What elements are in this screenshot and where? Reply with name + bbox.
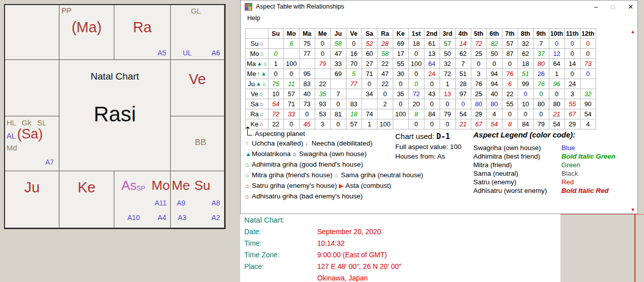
planet-name: Ve <box>251 90 258 98</box>
aspect-cell-Me-Ra: 47 <box>377 69 393 79</box>
planet-jupiter: Ju <box>24 179 40 196</box>
aspect-cell-Ma-9th: 80 <box>533 59 549 69</box>
aspect-cell-Ra-6th: 4 <box>486 109 502 119</box>
column-header-5th: 5th <box>471 29 486 39</box>
chart-cell-r3c1: HL Gk SL AL (Sa) Md A7 <box>5 116 59 171</box>
natal-info-panel: Natal Chart: Date:September 20, 2020Time… <box>240 214 560 282</box>
aspecting-note: Aspecting planet <box>245 129 406 138</box>
aspect-cell-Ke-6th: 54 <box>486 119 502 129</box>
aspect-cell-Ve-Ra: 0 <box>377 89 393 99</box>
planet-mars: (Ma) <box>71 19 102 36</box>
dignity-icon: ⌂ <box>262 81 266 87</box>
dignity-icon: ▲ <box>257 60 262 66</box>
color-legend-row: Mitra (friend)Green <box>473 161 625 169</box>
aspect-cell-Ve-12th: 32 <box>580 89 596 99</box>
aspect-cell-Ra-Su: 72 <box>268 109 283 119</box>
scroll-up-arrow[interactable]: ▲ <box>629 28 636 35</box>
close-button[interactable]: ✕ <box>628 4 633 10</box>
dignity-icon: ↑ <box>257 70 260 77</box>
chart-subtitle: Rasi <box>94 102 136 126</box>
aspect-cell-Ra-Ke: 100 <box>393 109 408 119</box>
color-legend-sample: Bold Italic Red <box>561 187 609 194</box>
row-header-Ve: Ve⌂ <box>246 89 268 99</box>
natal-label <box>244 274 317 282</box>
aspect-cell-Ma-Ju: 33 <box>330 59 346 69</box>
aspect-cell-Ma-Me: 79 <box>315 59 330 69</box>
scroll-down-arrow[interactable]: ▼ <box>629 206 636 214</box>
natal-value: September 20, 2020 <box>317 228 381 236</box>
aspect-cell-Ju-Su: 75 <box>268 79 283 89</box>
column-header-Ke: Ke <box>393 29 408 39</box>
row-header-Sa: Sa⌂ <box>246 99 268 109</box>
aspect-cell-Ma-1st: 100 <box>408 59 424 69</box>
symbol-legend: ↑Uchcha (exalted) ↓Neecha (debilitated)▲… <box>245 139 406 203</box>
aspect-cell-Sa-1st: 20 <box>408 99 424 109</box>
natal-rows: Date:September 20, 2020Time:10:14:32Time… <box>244 228 556 282</box>
aspect-row-Ra: Ra⌂72330538118741008847954294000216754 <box>246 109 596 119</box>
aspect-cell-Mo-7th: 87 <box>502 49 518 59</box>
arudha-a11: A11 <box>155 199 167 207</box>
aspect-cell-Mo-Ke: 17 <box>393 49 408 59</box>
aspect-cell-Mo-4th: 62 <box>455 49 471 59</box>
color-legend-row: Sama (neutral)Black <box>473 169 625 178</box>
planet-name: Mo <box>250 50 259 57</box>
aspect-cell-Ma-Ve: 70 <box>346 59 362 69</box>
aspect-cell-Sa-5th: 80 <box>471 99 486 109</box>
menu-help[interactable]: Help <box>245 14 262 22</box>
aspect-cell-Ke-11th: 29 <box>564 119 580 129</box>
aspect-cell-Mo-Ma: 77 <box>299 49 315 59</box>
aspect-cell-Ma-Ke: 55 <box>393 59 408 69</box>
aspect-cell-Su-Sa: 52 <box>362 39 377 49</box>
aspect-cell-Su-Ra: 28 <box>377 39 393 49</box>
titlebar[interactable]: Aspect Table with Relationships – □ ✕ <box>241 1 637 13</box>
aspect-cell-Mo-8th: 62 <box>518 49 533 59</box>
legend-symbol-text: Swagriha (own house) <box>299 150 367 158</box>
pp-label: PP <box>61 6 71 15</box>
maximize-button[interactable]: □ <box>611 4 615 10</box>
planet-ketu: Ke <box>78 179 95 196</box>
planet-name: Ra <box>250 110 259 118</box>
natal-row: Okinawa, Japan <box>244 274 556 282</box>
aspect-cell-Ra-Ju: 81 <box>330 109 346 119</box>
aspect-cell-Sa-7th: 55 <box>502 99 518 109</box>
aspect-row-Ve: Ve⌂1057403573403572431397254022000332 <box>246 89 596 99</box>
legend-symbol-icon: ↑ <box>245 140 252 147</box>
aspect-cell-Ju-Ju <box>330 79 346 89</box>
aspect-cell-Sa-11th: 55 <box>564 99 580 109</box>
aspect-cell-Ma-5th: 0 <box>471 59 486 69</box>
aspect-cell-Ma-Ra: 22 <box>377 59 393 69</box>
chart-cell-r2c1 <box>5 60 59 116</box>
aspect-cell-Me-4th: 51 <box>455 69 471 79</box>
aspect-cell-Sa-Sa <box>362 99 377 109</box>
aspect-cell-Me-Su: 0 <box>268 69 283 79</box>
aspect-cell-Mo-Ve: 16 <box>346 49 362 59</box>
aspect-cell-Ve-Su: 10 <box>268 89 283 99</box>
vertical-scrollbar[interactable]: ▲ ▼ <box>629 28 636 214</box>
planet-name: Ma <box>247 60 256 67</box>
chart-title: Natal Chart <box>91 71 139 82</box>
aspect-cell-Su-Ke: 69 <box>393 39 408 49</box>
aspect-cell-Ke-Ra: 100 <box>377 119 393 129</box>
aspect-row-Su: Su⌂675058052286918615714728257327000 <box>246 39 596 49</box>
legend-line: ⌂Satru griha (enemy's house) ▶Asta (comb… <box>245 182 406 192</box>
aspect-cell-Su-1st: 18 <box>408 39 424 49</box>
legend-line: ⌂Mitra griha (friend's house) ⌂Sama grih… <box>245 171 406 182</box>
aspect-cell-Ke-2nd: 0 <box>424 119 440 129</box>
aspect-cell-Ve-5th: 25 <box>471 89 486 99</box>
color-legend-row: Adhisatru (worst enemy)Bold Italic Red <box>473 186 625 195</box>
minimize-button[interactable]: – <box>594 4 598 10</box>
aspect-cell-Su-Me: 0 <box>315 39 330 49</box>
aspect-cell-Su-Ju: 58 <box>330 39 346 49</box>
aspect-cell-Sa-Mo: 71 <box>283 99 299 109</box>
aspect-cell-Mo-Me: 0 <box>315 49 330 59</box>
aspect-cell-Me-Ma: 95 <box>299 69 315 79</box>
gk-label: Gk <box>22 118 31 127</box>
legend-line: ↑Uchcha (exalted) ↓Neecha (debilitated) <box>245 139 406 150</box>
aspect-cell-Ju-Ve: 77 <box>346 79 362 89</box>
dignity-icon: ⌂ <box>260 50 264 56</box>
aspect-cell-Ve-8th: 0 <box>518 89 533 99</box>
aspect-cell-Ju-6th: 94 <box>486 79 502 89</box>
natal-value: Okinawa, Japan <box>317 274 368 282</box>
aspect-cell-Ma-2nd: 64 <box>424 59 440 69</box>
aspect-cell-Ma-12th: 73 <box>580 59 596 69</box>
